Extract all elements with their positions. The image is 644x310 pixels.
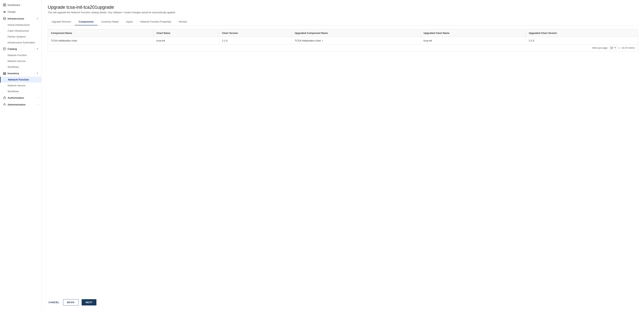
infrastructure-items: Virtual Infrastructure CaaS Infrastructu… — [0, 22, 42, 46]
administration-chevron: › — [38, 104, 38, 106]
sidebar-section-inventory[interactable]: Inventory ▼ — [0, 70, 42, 77]
col-upgraded-chart-name: Upgraded Chart Name — [420, 29, 526, 37]
svg-rect-1 — [5, 4, 6, 5]
sidebar-section-infrastructure-label: Infrastructure — [8, 17, 24, 20]
svg-rect-8 — [4, 48, 6, 50]
cell-component-name: TCSA Initialization chart — [48, 37, 154, 44]
cell-upgraded-chart-name: tcsa-init — [420, 37, 526, 44]
catalog-icon — [3, 47, 6, 50]
sidebar-item-catalog-network-service[interactable]: Network Service — [0, 58, 42, 64]
cell-upgraded-component-name[interactable]: TCSA Initialization chart ▾ — [292, 37, 420, 44]
svg-rect-2 — [3, 5, 4, 6]
sidebar-section-administration[interactable]: Administration › — [0, 101, 42, 108]
page-title: Upgrade tcsa-init-tca201upgrade — [48, 4, 638, 10]
tabs-container: Upgrade Revision Components Inventory De… — [48, 18, 638, 26]
svg-point-7 — [4, 18, 6, 18]
svg-rect-14 — [4, 98, 6, 99]
sidebar-item-catalog-workflows[interactable]: Workflows — [0, 64, 42, 70]
svg-rect-11 — [3, 72, 6, 73]
cell-upgraded-chart-version: 2.2.0 — [526, 37, 638, 44]
svg-rect-3 — [5, 5, 6, 6]
sidebar-section-catalog-label: Catalog — [8, 48, 17, 50]
sidebar-item-clouds-label: Clouds — [8, 10, 16, 13]
svg-point-15 — [4, 104, 5, 104]
tab-components[interactable]: Components — [75, 18, 97, 26]
catalog-chevron: ▼ — [36, 48, 38, 50]
sidebar-section-infrastructure[interactable]: Infrastructure ▼ — [0, 15, 42, 22]
svg-rect-0 — [3, 4, 4, 5]
col-upgraded-chart-version: Upgraded Chart Version — [526, 29, 638, 37]
cell-chart-name: tcsa-init — [154, 37, 219, 44]
col-component-name: Component Name — [48, 29, 154, 37]
table-row: TCSA Initialization chart tcsa-init 2.1.… — [48, 37, 638, 44]
inventory-chevron: ▼ — [36, 72, 38, 74]
sidebar-item-clouds[interactable]: Clouds — [0, 8, 42, 15]
cell-chart-version: 2.1.0 — [219, 37, 292, 44]
tab-inventory-detail[interactable]: Inventory Detail — [98, 18, 122, 26]
sidebar-item-dashboard-label: Dashboard — [8, 4, 20, 6]
inventory-items: Network Function Network Service Workflo… — [0, 77, 42, 94]
sidebar-item-inventory-network-service[interactable]: Network Service — [0, 82, 42, 88]
catalog-items: Network Function Network Service Workflo… — [0, 52, 42, 70]
page-subtitle: This will upgrade the Network Function c… — [48, 11, 638, 14]
sidebar-item-inventory-workflows[interactable]: Workflows — [0, 88, 42, 94]
tab-review[interactable]: Review — [175, 18, 191, 26]
administration-icon — [3, 103, 6, 106]
clouds-icon — [3, 10, 6, 13]
svg-rect-12 — [3, 73, 6, 74]
authorization-icon — [3, 96, 6, 99]
bottom-actions: CANCEL BACK NEXT — [48, 293, 638, 306]
col-chart-name: Chart Name — [154, 29, 219, 37]
sidebar-item-partner-systems[interactable]: Partner Systems — [0, 34, 42, 40]
sidebar-section-catalog[interactable]: Catalog ▼ — [0, 46, 42, 52]
next-button[interactable]: NEXT — [82, 299, 96, 306]
col-chart-version: Chart Version — [219, 29, 292, 37]
inventory-icon — [3, 72, 6, 75]
sidebar-item-caas-infrastructure[interactable]: CaaS Infrastructure — [0, 28, 42, 34]
items-per-page-label: Items per page — [592, 46, 608, 49]
tab-inputs[interactable]: Inputs — [122, 18, 136, 26]
svg-rect-13 — [3, 74, 6, 74]
sidebar-item-inventory-network-function[interactable]: Network Function — [0, 77, 42, 82]
sidebar-item-infrastructure-automation[interactable]: Infrastructure Automation — [0, 40, 42, 46]
sidebar-item-virtual-infrastructure[interactable]: Virtual Infrastructure — [0, 22, 42, 28]
items-per-page-select[interactable]: 10 25 50 — [609, 46, 617, 50]
main-content: Upgrade tcsa-init-tca201upgrade This wil… — [42, 0, 644, 310]
col-upgraded-component-name: Upgraded Component Name — [292, 29, 420, 37]
dashboard-icon — [3, 4, 6, 6]
sidebar-item-dashboard[interactable]: Dashboard — [0, 2, 42, 8]
sidebar: Dashboard Clouds Infrastructure ▼ Virtua… — [0, 0, 42, 310]
tab-upgrade-revision[interactable]: Upgrade Revision — [48, 18, 75, 26]
sidebar-item-catalog-network-function[interactable]: Network Function — [0, 52, 42, 58]
components-table: Component Name Chart Name Chart Version … — [48, 29, 638, 52]
sidebar-section-authorization[interactable]: Authorization › — [0, 94, 42, 101]
pagination-range: 1 - 10 of 0 items — [618, 46, 635, 49]
back-button[interactable]: BACK — [63, 299, 78, 306]
cancel-button[interactable]: CANCEL — [48, 300, 60, 305]
upgraded-component-name-value: TCSA Initialization chart — [294, 39, 321, 42]
upgraded-component-name-dropdown-icon: ▾ — [322, 40, 323, 42]
sidebar-section-authorization-label: Authorization — [8, 96, 24, 99]
sidebar-section-administration-label: Administration — [8, 103, 26, 106]
tab-network-function-properties[interactable]: Network Function Properties — [136, 18, 175, 26]
infrastructure-chevron: ▼ — [36, 18, 38, 20]
authorization-chevron: › — [38, 96, 38, 99]
pagination: Items per page 10 25 50 1 - 10 of 0 item… — [48, 44, 638, 51]
sidebar-section-inventory-label: Inventory — [8, 72, 19, 75]
infrastructure-icon — [3, 17, 6, 20]
